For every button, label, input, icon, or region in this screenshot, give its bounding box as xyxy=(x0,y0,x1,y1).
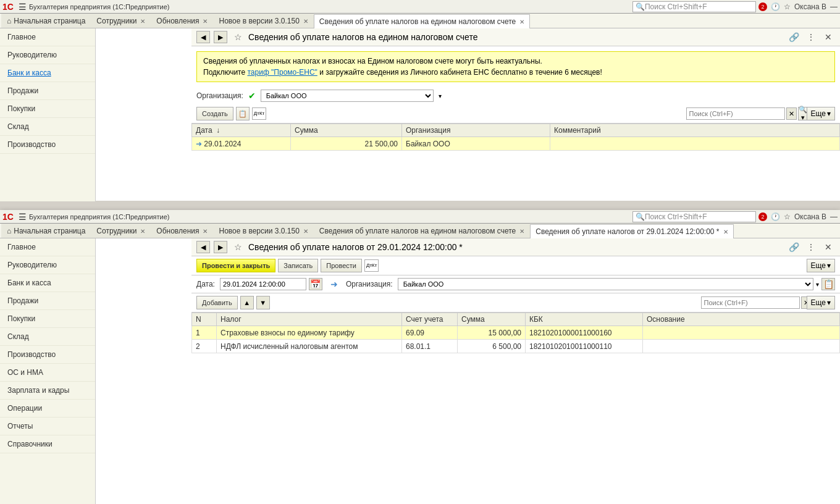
sidebar-item-production-bg[interactable]: Производство xyxy=(0,136,95,154)
tab-whats-new-bg[interactable]: Новое в версии 3.0.150 ✕ xyxy=(213,14,313,28)
notification-badge-bg[interactable]: 2 xyxy=(758,2,767,11)
sidebar-item-warehouse-fg[interactable]: Склад xyxy=(0,328,95,346)
sidebar-item-reports-fg[interactable]: Отчеты xyxy=(0,418,95,435)
back-button-bg[interactable]: ◀ xyxy=(196,31,210,43)
star-icon-bg[interactable]: ☆ xyxy=(784,2,791,11)
kebab-button-fg[interactable]: ⋮ xyxy=(804,241,818,253)
sidebar-item-director-fg[interactable]: Руководителю xyxy=(0,256,95,274)
move-down-button-fg[interactable]: ▼ xyxy=(256,296,270,309)
sidebar-item-salary-fg[interactable]: Зарплата и кадры xyxy=(0,382,95,400)
tab-tax-info-close-bg[interactable]: ✕ xyxy=(519,19,524,25)
tab-staff-fg[interactable]: Сотрудники ✕ xyxy=(91,224,151,238)
sidebar-item-sales-bg[interactable]: Продажи xyxy=(0,82,95,100)
dropdown-arrow-bg[interactable]: ▾ xyxy=(439,93,442,99)
dtkt-badge-fg[interactable]: ДтКт xyxy=(364,259,379,272)
sidebar-item-operations-fg[interactable]: Операции xyxy=(0,400,95,418)
move-up-button-fg[interactable]: ▲ xyxy=(240,296,254,309)
search-input-bg[interactable] xyxy=(686,107,785,120)
org-copy-fg[interactable]: 📋 xyxy=(821,278,835,290)
sidebar-item-bank-bg[interactable]: Банк и касса xyxy=(0,64,95,82)
star-button-bg[interactable]: ☆ xyxy=(231,31,245,43)
tab-home-bg[interactable]: ⌂ Начальная страница xyxy=(1,14,91,28)
tab-tax-info-close-fg[interactable]: ✕ xyxy=(519,228,524,235)
col-org-bg[interactable]: Организация xyxy=(402,124,550,137)
back-button-fg[interactable]: ◀ xyxy=(196,241,210,253)
col-amount-fg[interactable]: Сумма xyxy=(458,313,526,326)
calendar-icon-fg[interactable]: 📅 xyxy=(309,278,322,290)
org-select-fg[interactable]: Байкал ООО xyxy=(398,278,813,290)
checkbox-bg[interactable]: ✔ xyxy=(248,91,256,101)
tab-updates-bg[interactable]: Обновления ✕ xyxy=(151,14,213,28)
col-n-fg[interactable]: N xyxy=(192,313,217,326)
post-button-fg[interactable]: Провести xyxy=(321,259,362,272)
nav-arrow-fg[interactable]: ➜ xyxy=(327,278,341,290)
save-button-fg[interactable]: Записать xyxy=(278,259,318,272)
star-icon-fg[interactable]: ☆ xyxy=(784,212,791,221)
sidebar-item-main-fg[interactable]: Главное xyxy=(0,238,95,256)
col-date-bg[interactable]: Дата ↓ xyxy=(192,124,291,137)
tab-staff-close-bg[interactable]: ✕ xyxy=(140,18,145,25)
col-amount-bg[interactable]: Сумма xyxy=(291,124,402,137)
tab-tax-info-bg[interactable]: Сведения об уплате налогов на едином нал… xyxy=(314,14,530,28)
more-button-fg[interactable]: Еще▾ xyxy=(807,259,835,272)
forward-button-fg[interactable]: ▶ xyxy=(214,241,227,253)
org-select-bg[interactable]: Байкал ООО xyxy=(261,90,434,102)
sidebar-item-purchases-bg[interactable]: Покупки xyxy=(0,100,95,118)
tab-updates-close-bg[interactable]: ✕ xyxy=(203,18,208,25)
sidebar-item-director-bg[interactable]: Руководителю xyxy=(0,46,95,64)
tab-staff-bg[interactable]: Сотрудники ✕ xyxy=(91,14,151,28)
history-icon-bg[interactable]: 🕐 xyxy=(771,2,780,11)
table-row-bg-0[interactable]: ➜ 29.01.2024 21 500,00 Байкал ООО xyxy=(192,137,840,151)
col-basis-fg[interactable]: Основание xyxy=(643,313,840,326)
window-controls-bg[interactable]: — xyxy=(830,2,838,11)
global-search-fg[interactable]: 🔍 Поиск Ctrl+Shift+F xyxy=(632,211,756,222)
close-button-bg[interactable]: ✕ xyxy=(821,31,835,43)
sidebar-item-bank-fg[interactable]: Банк и касса xyxy=(0,274,95,292)
tab-home-fg[interactable]: ⌂ Начальная страница xyxy=(1,224,91,238)
table-more-button-fg[interactable]: Еще▾ xyxy=(807,296,835,309)
notification-badge-fg[interactable]: 2 xyxy=(758,212,767,221)
window-controls-fg[interactable]: — xyxy=(830,212,838,221)
copy-button-bg[interactable]: 📋 xyxy=(236,107,250,120)
col-tax-fg[interactable]: Налог xyxy=(217,313,402,326)
table-row-fg-1[interactable]: 2 НДФЛ исчисленный налоговым агентом 68.… xyxy=(192,340,840,353)
sidebar-item-warehouse-bg[interactable]: Склад xyxy=(0,118,95,136)
search-clear-bg[interactable]: ✕ xyxy=(786,107,797,120)
tab-staff-close-fg[interactable]: ✕ xyxy=(140,228,145,235)
kebab-button-bg[interactable]: ⋮ xyxy=(804,31,818,43)
date-input-fg[interactable] xyxy=(220,278,306,290)
sidebar-item-main-bg[interactable]: Главное xyxy=(0,28,95,46)
sidebar-item-os-nma-fg[interactable]: ОС и НМА xyxy=(0,364,95,382)
col-comment-bg[interactable]: Комментарий xyxy=(550,124,840,137)
history-icon-fg[interactable]: 🕐 xyxy=(771,212,780,221)
sidebar-item-purchases-fg[interactable]: Покупки xyxy=(0,310,95,328)
sidebar-item-sales-fg[interactable]: Продажи xyxy=(0,292,95,310)
dtkt-badge-bg[interactable]: ДтКт xyxy=(252,107,266,120)
add-button-fg[interactable]: Добавить xyxy=(196,296,238,309)
tab-whats-new-close-bg[interactable]: ✕ xyxy=(303,18,308,25)
tab-tax-detail-fg[interactable]: Сведения об уплате налогов от 29.01.2024… xyxy=(530,224,733,238)
hamburger-fg[interactable]: ☰ xyxy=(19,212,27,222)
table-row-fg-0[interactable]: 1 Страховые взносы по единому тарифу 69.… xyxy=(192,326,840,340)
sidebar-item-handbooks-fg[interactable]: Справочники xyxy=(0,435,95,453)
tab-whats-new-close-fg[interactable]: ✕ xyxy=(303,228,308,235)
link-button-bg[interactable]: 🔗 xyxy=(787,31,800,43)
close-button-fg[interactable]: ✕ xyxy=(821,241,835,253)
more-button-bg[interactable]: Еще▾ xyxy=(807,107,835,120)
dropdown-arrow-fg[interactable]: ▾ xyxy=(816,281,819,288)
sort-icon-date-bg[interactable]: ↓ xyxy=(216,126,220,135)
sidebar-item-production-fg[interactable]: Производство xyxy=(0,346,95,364)
tab-whats-new-fg[interactable]: Новое в версии 3.0.150 ✕ xyxy=(213,224,313,238)
col-kbk-fg[interactable]: КБК xyxy=(526,313,643,326)
star-button-fg[interactable]: ☆ xyxy=(231,241,245,253)
global-search-bg[interactable]: 🔍 Поиск Ctrl+Shift+F xyxy=(632,1,756,12)
tab-updates-fg[interactable]: Обновления ✕ xyxy=(151,224,213,238)
hamburger-bg[interactable]: ☰ xyxy=(19,2,27,12)
warning-link-bg[interactable]: тариф "Промо-ЕНС" xyxy=(247,68,317,77)
post-close-button-fg[interactable]: Провести и закрыть xyxy=(196,259,275,272)
tab-tax-info-fg[interactable]: Сведения об уплате налогов на едином нал… xyxy=(314,224,530,238)
forward-button-bg[interactable]: ▶ xyxy=(214,31,227,43)
col-account-fg[interactable]: Счет учета xyxy=(402,313,458,326)
tab-updates-close-fg[interactable]: ✕ xyxy=(203,228,208,235)
tab-tax-detail-close-fg[interactable]: ✕ xyxy=(723,229,728,235)
